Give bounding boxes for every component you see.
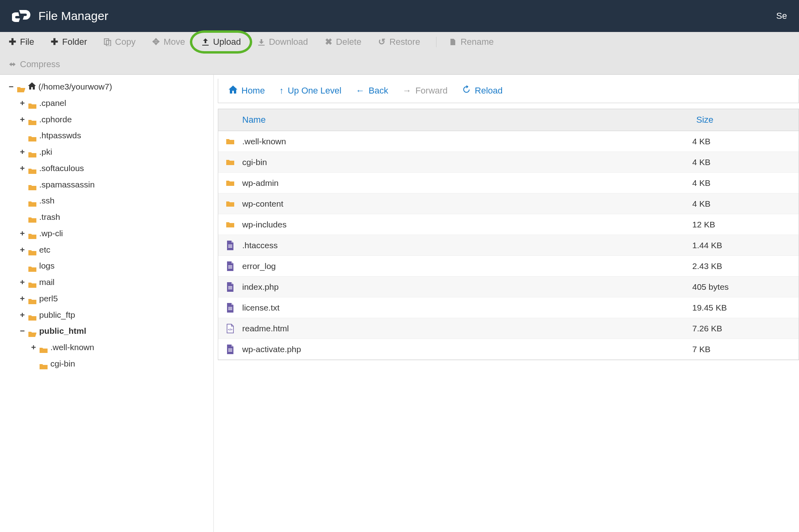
tree-label: .trash [39,210,60,225]
tree-label: cgi-bin [50,357,75,371]
folder-icon [28,213,37,221]
tree-item[interactable]: .trash [19,209,205,225]
file-row[interactable]: wp-content4 KB [218,193,799,214]
folder-icon [28,230,37,237]
file-row[interactable]: .htaccess1.44 KB [218,235,799,256]
arrow-up-icon: ↑ [279,86,284,96]
expand-icon[interactable]: + [19,275,26,290]
tree-label: .softaculous [39,161,84,176]
svg-rect-16 [228,350,232,351]
file-icon [218,241,242,250]
restore-button[interactable]: ↺ Restore [377,37,420,47]
tree-root-label: (/home3/yourwow7) [38,80,112,94]
file-row[interactable]: error_log2.43 KB [218,256,799,277]
delete-button[interactable]: ✖ Delete [324,37,362,47]
upload-button[interactable]: Upload [201,37,241,47]
copy-button[interactable]: Copy [103,37,135,47]
tree-root[interactable]: − (/home3/yourwow7) [8,79,205,95]
expand-icon[interactable]: + [19,226,26,241]
collapse-icon[interactable]: − [8,80,14,94]
tree-item[interactable]: +.softaculous [19,160,205,177]
nav-up[interactable]: ↑ Up One Level [279,85,342,96]
file-size: 4 KB [691,157,799,167]
svg-rect-7 [228,268,232,269]
file-icon [218,303,242,313]
compress-label: Compress [20,59,60,70]
tree-item[interactable]: .spamassassin [19,177,205,193]
collapse-icon[interactable]: − [19,324,26,339]
file-row[interactable]: wp-includes12 KB [218,214,799,235]
nav-back[interactable]: ← Back [356,85,388,96]
tree-item[interactable]: +.pki [19,144,205,160]
download-button[interactable]: Download [257,37,308,47]
tree-item-public-html[interactable]: −public_html [19,323,205,339]
svg-text:</>: </> [228,328,233,331]
file-row[interactable]: index.php405 bytes [218,277,799,297]
tree-item[interactable]: +.cphorde [19,112,205,128]
home-icon [229,86,237,96]
file-name: wp-includes [242,220,691,229]
tree-item[interactable]: cgi-bin [30,356,205,372]
file-name: cgi-bin [242,157,691,167]
folder-icon [28,263,37,270]
folder-icon [218,200,242,207]
arrow-left-icon: ← [356,86,365,96]
move-button[interactable]: ✥ Move [151,37,185,47]
tree-item[interactable]: .ssh [19,193,205,209]
svg-rect-4 [228,247,232,248]
tree-label: public_ftp [39,308,75,323]
file-row[interactable]: license.txt19.45 KB [218,297,799,318]
tree-item[interactable]: +.wp-cli [19,225,205,242]
file-icon [218,261,242,271]
breadcrumb-nav: Home ↑ Up One Level ← Back → Forward Rel… [218,79,799,103]
file-size: 19.45 KB [691,303,799,313]
tree-label: .htpasswds [39,128,81,143]
svg-rect-13 [228,309,232,310]
tree-label: .cpanel [39,96,66,111]
col-size-header[interactable]: Size [691,109,799,131]
nav-reload[interactable]: Reload [462,85,503,96]
main-area: − (/home3/yourwow7) +.cpanel+.cphorde.ht… [0,75,799,532]
nav-forward-label: Forward [415,86,448,96]
nav-forward[interactable]: → Forward [402,85,448,96]
file-size: 12 KB [691,220,799,229]
tree-item[interactable]: +mail [19,274,205,291]
svg-rect-10 [228,289,232,289]
expand-icon[interactable]: + [19,96,26,111]
expand-icon[interactable]: + [19,112,26,127]
folder-icon [218,179,242,187]
tree-item[interactable]: .htpasswds [19,128,205,144]
content-pane: Home ↑ Up One Level ← Back → Forward Rel… [214,75,799,532]
file-name: .well-known [242,137,691,146]
tree-item[interactable]: +.well-known [30,339,205,356]
tree-item[interactable]: +etc [19,242,205,258]
file-button[interactable]: ✚ File [8,37,34,47]
tree-label: .well-known [50,340,94,355]
file-size: 7.26 KB [691,324,799,333]
expand-icon[interactable]: + [30,340,37,355]
expand-icon[interactable]: + [19,291,26,306]
tree-item[interactable]: +public_ftp [19,307,205,323]
col-name-header[interactable]: Name [218,109,691,131]
file-row[interactable]: wp-admin4 KB [218,173,799,193]
file-row[interactable]: wp-activate.php7 KB [218,339,799,360]
rename-button[interactable]: Rename [436,37,494,47]
file-row[interactable]: cgi-bin4 KB [218,152,799,173]
nav-back-label: Back [369,86,388,96]
rename-icon [448,38,457,46]
folder-button[interactable]: ✚ Folder [50,37,87,47]
tree-item[interactable]: logs [19,258,205,274]
folder-icon [218,138,242,145]
file-size: 7 KB [691,345,799,354]
expand-icon[interactable]: + [19,243,26,257]
expand-icon[interactable]: + [19,161,26,176]
tree-item[interactable]: +.cpanel [19,95,205,112]
file-name: wp-content [242,199,691,209]
file-row[interactable]: </>readme.html7.26 KB [218,318,799,339]
tree-item[interactable]: +perl5 [19,291,205,307]
expand-icon[interactable]: + [19,145,26,159]
file-row[interactable]: .well-known4 KB [218,131,799,152]
nav-home[interactable]: Home [229,85,265,96]
expand-icon[interactable]: + [19,308,26,323]
compress-button[interactable]: Compress [8,59,791,70]
